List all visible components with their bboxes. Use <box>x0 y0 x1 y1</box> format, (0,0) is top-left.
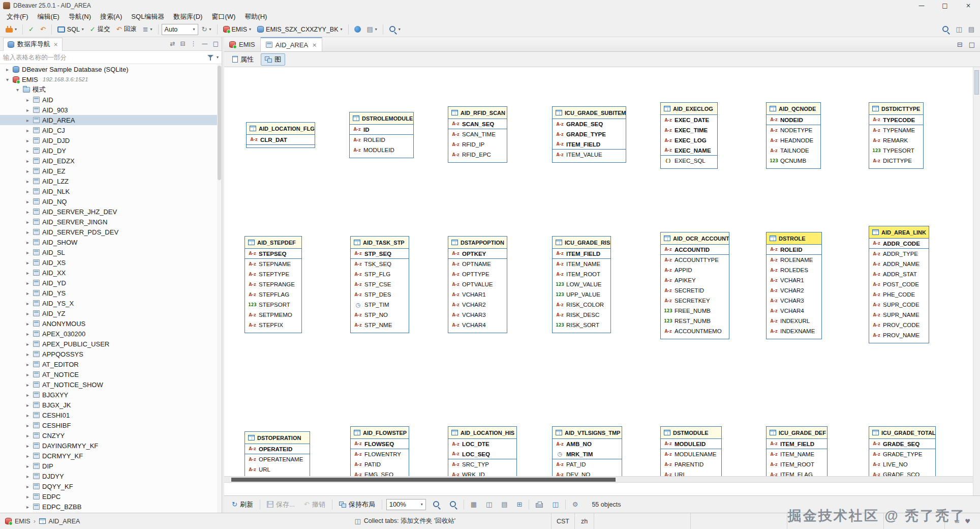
catalog-selector[interactable]: EMIS_SZX_CXXZYY_BK <box>255 23 345 36</box>
entity-aid_rfid_scan[interactable]: AID_RFID_SCANA-zSCAN_SEQA-zSCAN_TIMEA-zR… <box>448 106 507 163</box>
tree-item-dip[interactable]: DIP <box>0 461 222 471</box>
zoom-out-button[interactable] <box>447 498 460 511</box>
zoom-in-button[interactable] <box>430 498 443 511</box>
tx-history-button[interactable] <box>38 23 48 36</box>
expand-arrow-icon[interactable] <box>24 199 31 204</box>
menu-item-a[interactable]: 搜索(A) <box>96 11 127 22</box>
entity-field[interactable]: A-zVCHAR3 <box>448 310 507 320</box>
entity-icu_grade_total[interactable]: ICU_GRADE_TOTALA-zGRADE_SEQA-zGRADE_TYPE… <box>869 426 936 476</box>
entity-field[interactable]: A-zSRC_TYP <box>448 459 516 469</box>
entity-aid_location_his[interactable]: AID_LOCATION_HISA-zLOC_DTEA-zLOC_SEQA-zS… <box>448 426 517 476</box>
entity-field[interactable]: A-zSTEPNAME <box>245 259 301 269</box>
entity-dstappoption[interactable]: DSTAPPOPTIONA-zOPTKEYA-zOPTNAMEA-zOPTTYP… <box>448 236 507 333</box>
tree-item-apex-public-user[interactable]: APEX_PUBLIC_USER <box>0 339 222 349</box>
expand-arrow-icon[interactable] <box>24 107 31 113</box>
entity-field[interactable]: A-zVCHAR2 <box>448 300 507 310</box>
expand-arrow-icon[interactable] <box>4 67 11 72</box>
entity-field[interactable]: A-zVCHAR1 <box>767 275 821 285</box>
expand-arrow-icon[interactable] <box>24 433 31 438</box>
entity-icu_grade_def[interactable]: ICU_GRADE_DEFA-zITEM_FIELDA-zITEM_NAMEA-… <box>766 426 828 476</box>
tree-item-aid-server-pds-dev[interactable]: AID_SERVER_PDS_DEV <box>0 227 222 237</box>
horizontal-scrollbar[interactable] <box>224 476 973 483</box>
entity-field[interactable]: A-zSTP_DES <box>351 289 409 300</box>
diagram-settings-button[interactable] <box>570 498 581 511</box>
entity-field[interactable]: A-zINDEXURL <box>767 316 821 326</box>
entity-field[interactable]: A-zOPTVALUE <box>448 279 507 289</box>
expand-arrow-icon[interactable] <box>24 301 31 306</box>
menu-item-f[interactable]: 文件(F) <box>2 11 33 22</box>
expand-arrow-icon[interactable] <box>24 138 31 143</box>
tree-item-aid-dy[interactable]: AID_DY <box>0 145 222 156</box>
tree-item-aid-ys[interactable]: AID_YS <box>0 288 222 298</box>
entity-field[interactable]: A-zFLOWENTRY <box>351 449 409 459</box>
view-menu-icon[interactable] <box>191 40 197 47</box>
entity-field[interactable]: A-zOPTNAME <box>448 259 507 269</box>
entity-field[interactable]: A-zID <box>350 125 413 135</box>
arrange-grid-button[interactable] <box>468 498 479 511</box>
open-sql-editor-button[interactable]: SQL <box>55 23 86 36</box>
tree-item-edpc-bzbb[interactable]: EDPC_BZBB <box>0 502 222 512</box>
entity-field[interactable]: A-zITEM_FIELD <box>553 139 626 150</box>
tree-item-aid-area[interactable]: AID_AREA <box>0 115 222 125</box>
subtab-properties[interactable]: 属性 <box>228 53 258 66</box>
collapse-arrow-icon[interactable] <box>14 87 21 93</box>
entity-field[interactable]: A-zROLEID <box>350 135 413 145</box>
search-button[interactable] <box>386 23 403 36</box>
entity-icu_grade_risk[interactable]: ICU_GRADE_RISKA-zITEM_FIELDA-zITEM_NAMEA… <box>552 236 611 333</box>
expand-arrow-icon[interactable] <box>24 117 31 123</box>
zoom-select[interactable]: 100% <box>386 499 426 510</box>
entity-field[interactable]: A-zMODULEID <box>661 439 721 449</box>
transaction-log-button[interactable] <box>140 23 155 36</box>
entity-field[interactable]: 123REST_NUMB <box>661 316 729 326</box>
expand-arrow-icon[interactable] <box>24 372 31 377</box>
entity-field[interactable]: 123TYPESORT <box>869 145 923 156</box>
tree-item-anonymous[interactable]: ANONYMOUS <box>0 318 222 329</box>
expand-arrow-icon[interactable] <box>24 443 31 449</box>
entity-field[interactable]: A-zSTEPRANGE <box>245 279 301 289</box>
expand-arrow-icon[interactable] <box>24 504 31 510</box>
entity-field[interactable]: A-zVCHAR2 <box>767 285 821 296</box>
expand-arrow-icon[interactable] <box>24 128 31 133</box>
entity-field[interactable]: A-zITEM_NAME <box>767 449 827 459</box>
entity-aid_qcnode[interactable]: AID_QCNODEA-zNODEIDA-zNODETYPEA-zHEADNOD… <box>766 102 821 169</box>
tree-item-aid-cj[interactable]: AID_CJ <box>0 125 222 135</box>
tree-item-dqyy-kf[interactable]: DQYY_KF <box>0 481 222 491</box>
entity-aid_execlog[interactable]: AID_EXECLOGA-zEXEC_DATEA-zEXEC_TIMEA-zEX… <box>660 102 718 169</box>
entity-field[interactable]: A-zDEV_NO <box>553 469 622 476</box>
tree-item-at-notice[interactable]: AT_NOTICE <box>0 369 222 379</box>
tree-item-at-notice-show[interactable]: AT_NOTICE_SHOW <box>0 379 222 390</box>
tree-item-aid[interactable]: AID <box>0 95 222 105</box>
entity-field[interactable]: A-zFLOWSEQ <box>351 439 409 449</box>
entity-field[interactable]: {}EXEC_SQL <box>661 156 717 166</box>
entity-field[interactable]: A-zOPTKEY <box>448 249 507 259</box>
expand-arrow-icon[interactable] <box>24 362 31 367</box>
arrange-rows-button[interactable] <box>499 498 510 511</box>
entity-field[interactable]: 123LOW_VALUE <box>553 279 610 289</box>
tree-item-aid-show[interactable]: AID_SHOW <box>0 237 222 247</box>
entity-field[interactable]: 123FREE_NUMB <box>661 306 729 316</box>
minimize-view-icon[interactable] <box>202 40 208 47</box>
refresh-diagram-button[interactable]: 刷新 <box>229 498 256 511</box>
entity-aid_task_stp[interactable]: AID_TASK_STPA-zSTP_SEQA-zTSK_SEQA-zSTP_F… <box>350 236 409 333</box>
export-image-button[interactable] <box>549 498 561 511</box>
expand-arrow-icon[interactable] <box>24 148 31 154</box>
entity-field[interactable]: A-zPOST_CODE <box>869 279 929 289</box>
entity-field[interactable]: A-zSCAN_TIME <box>448 129 507 139</box>
subtab-diagram[interactable]: 图 <box>261 53 285 66</box>
arrange-columns-button[interactable] <box>483 498 495 511</box>
expand-arrow-icon[interactable] <box>24 474 31 479</box>
entity-field[interactable]: A-zREMARK <box>869 135 923 145</box>
entity-field[interactable]: A-zSTP_NME <box>351 320 409 330</box>
menu-item-sql[interactable]: SQL编辑器 <box>127 11 169 22</box>
maximize-editor-icon[interactable] <box>969 41 975 48</box>
entity-field[interactable]: A-zVCHAR3 <box>767 296 821 306</box>
rollback-button[interactable]: 回滚 <box>114 23 139 36</box>
tree-item-djdyy[interactable]: DJDYY <box>0 471 222 481</box>
entity-field[interactable]: A-zEXEC_TIME <box>661 125 717 135</box>
entity-field[interactable]: A-zSTP_NO <box>351 310 409 320</box>
expand-arrow-icon[interactable] <box>24 189 31 194</box>
entity-field[interactable]: A-zTAILNODE <box>767 145 820 156</box>
tree-item-aid-server-jhz-dev[interactable]: AID_SERVER_JHZ_DEV <box>0 207 222 217</box>
tree-item-aid-lzz[interactable]: AID_LZZ <box>0 176 222 186</box>
expand-arrow-icon[interactable] <box>24 290 31 296</box>
